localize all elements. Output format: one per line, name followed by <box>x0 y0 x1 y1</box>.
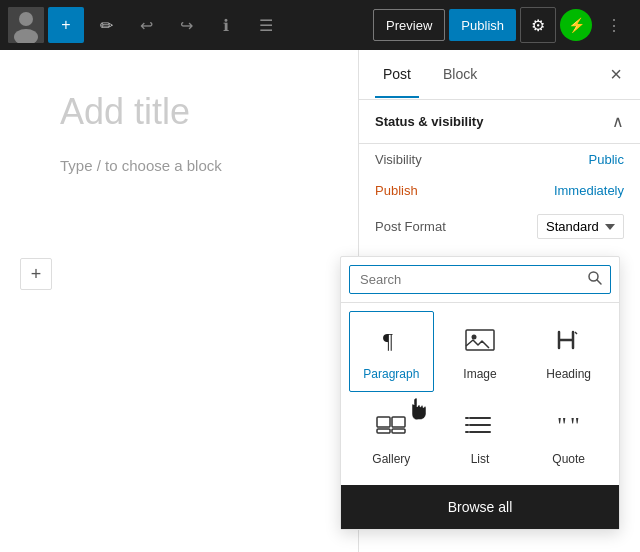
settings-icon: ⚙ <box>531 16 545 35</box>
svg-rect-11 <box>392 429 405 433</box>
visibility-value[interactable]: Public <box>589 152 624 167</box>
undo-icon: ↩ <box>140 16 153 35</box>
lightning-icon: ⚡ <box>568 17 585 33</box>
status-visibility-section: Status & visibility ∧ <box>359 100 640 144</box>
block-heading[interactable]: Heading <box>526 311 611 392</box>
preview-button[interactable]: Preview <box>373 9 445 41</box>
search-icon <box>587 270 603 290</box>
heading-label: Heading <box>546 367 591 381</box>
paragraph-icon: ¶ <box>375 324 407 359</box>
editor-area: Add title Type / to choose a block + <box>0 50 358 552</box>
search-input[interactable] <box>349 265 611 294</box>
svg-line-4 <box>597 279 601 283</box>
tab-block[interactable]: Block <box>435 52 485 98</box>
image-icon <box>464 324 496 359</box>
tab-post[interactable]: Post <box>375 52 419 98</box>
post-format-row: Post Format Standard Aside Chat Gallery … <box>359 206 640 247</box>
section-title: Status & visibility <box>375 114 483 129</box>
browse-all-button[interactable]: Browse all <box>341 485 619 529</box>
brush-button[interactable]: ✏ <box>88 7 124 43</box>
publish-row: Publish Immediately <box>359 175 640 206</box>
svg-rect-9 <box>392 417 405 427</box>
block-grid: ¶ Paragraph Image <box>341 303 619 485</box>
add-block-toolbar-button[interactable]: + <box>48 7 84 43</box>
svg-text:¶: ¶ <box>383 328 393 353</box>
info-icon: ℹ <box>223 16 229 35</box>
sidebar-close-button[interactable]: × <box>600 59 632 91</box>
search-container <box>341 257 619 303</box>
close-icon: × <box>610 63 622 86</box>
toolbar: + ✏ ↩ ↪ ℹ ☰ Preview Publish ⚙ ⚡ ⋮ <box>0 0 640 50</box>
sidebar-tabs: Post Block × <box>359 50 640 100</box>
ellipsis-icon: ⋮ <box>606 16 622 35</box>
post-format-label: Post Format <box>375 219 446 234</box>
block-paragraph[interactable]: ¶ Paragraph <box>349 311 434 392</box>
list-view-button[interactable]: ☰ <box>248 7 284 43</box>
list-label: List <box>471 452 490 466</box>
block-gallery[interactable]: Gallery <box>349 396 434 477</box>
gallery-icon <box>375 409 407 444</box>
svg-text:": " <box>570 412 580 438</box>
quote-label: Quote <box>552 452 585 466</box>
svg-point-1 <box>19 12 33 26</box>
svg-rect-6 <box>466 330 494 350</box>
visibility-row: Visibility Public <box>359 144 640 175</box>
settings-button[interactable]: ⚙ <box>520 7 556 43</box>
add-block-button[interactable]: + <box>20 258 52 290</box>
publish-value[interactable]: Immediately <box>554 183 624 198</box>
visibility-label: Visibility <box>375 152 422 167</box>
section-collapse-button[interactable]: ∧ <box>612 112 624 131</box>
list-icon: ☰ <box>259 16 273 35</box>
collapse-icon: ∧ <box>612 113 624 130</box>
block-list[interactable]: List <box>438 396 523 477</box>
plus-icon: + <box>31 264 42 285</box>
plus-icon: + <box>61 16 70 34</box>
post-title[interactable]: Add title <box>60 90 298 133</box>
info-button[interactable]: ℹ <box>208 7 244 43</box>
svg-rect-10 <box>377 429 390 433</box>
brush-icon: ✏ <box>100 16 113 35</box>
undo-button[interactable]: ↩ <box>128 7 164 43</box>
more-menu-button[interactable]: ⋮ <box>596 7 632 43</box>
block-image[interactable]: Image <box>438 311 523 392</box>
block-picker: ¶ Paragraph Image <box>340 256 620 530</box>
publish-label[interactable]: Publish <box>375 183 418 198</box>
block-quote[interactable]: " " Quote <box>526 396 611 477</box>
svg-text:": " <box>557 412 567 438</box>
svg-point-7 <box>471 335 476 340</box>
post-format-select[interactable]: Standard Aside Chat Gallery Link Image Q… <box>537 214 624 239</box>
list-icon <box>464 409 496 444</box>
heading-icon <box>553 324 585 359</box>
redo-button[interactable]: ↪ <box>168 7 204 43</box>
image-label: Image <box>463 367 496 381</box>
jetpack-button[interactable]: ⚡ <box>560 9 592 41</box>
redo-icon: ↪ <box>180 16 193 35</box>
quote-icon: " " <box>553 409 585 444</box>
gallery-label: Gallery <box>372 452 410 466</box>
site-logo[interactable] <box>8 7 44 43</box>
paragraph-label: Paragraph <box>363 367 419 381</box>
block-placeholder[interactable]: Type / to choose a block <box>60 157 298 174</box>
publish-button[interactable]: Publish <box>449 9 516 41</box>
svg-rect-8 <box>377 417 390 427</box>
